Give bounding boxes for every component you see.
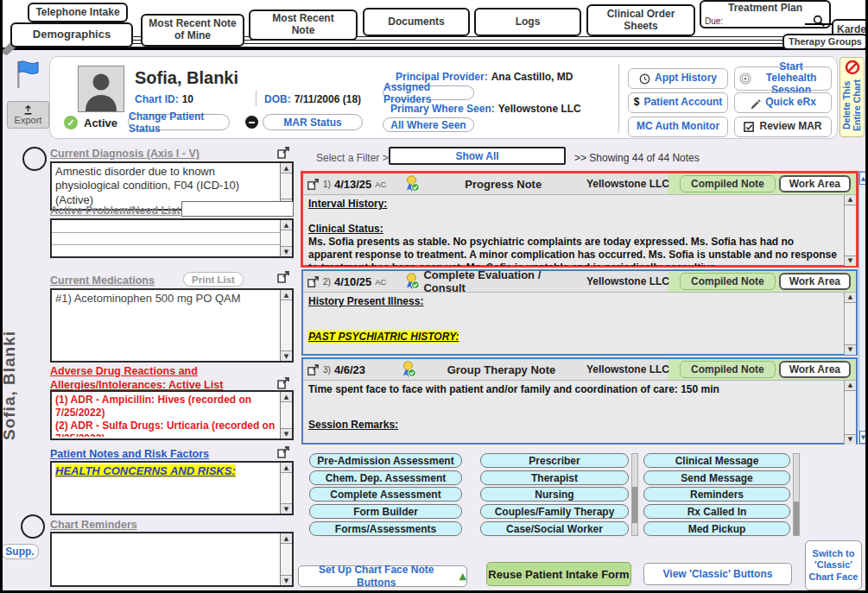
review-mar-button[interactable]: Review MAR — [734, 117, 832, 137]
tab-telephone-intake[interactable]: Telephone Intake — [28, 3, 128, 22]
open-note-icon[interactable] — [307, 178, 320, 191]
scroll-up-icon[interactable] — [859, 172, 867, 185]
patient-account-button[interactable]: $ Patient Account — [628, 92, 728, 113]
tab-documents[interactable]: Documents — [363, 8, 470, 36]
open-adverse-icon[interactable] — [276, 376, 290, 390]
scrollbar[interactable] — [844, 381, 856, 445]
scroll-up-icon[interactable] — [845, 293, 856, 303]
note-item-2[interactable]: 2) 4/10/25 AC Complete Evaluation / Cons… — [301, 269, 858, 356]
scrollbar[interactable] — [844, 293, 856, 355]
tab-logs[interactable]: Logs — [474, 8, 581, 36]
view-classic-buttons-button[interactable]: View 'Classic' Buttons — [643, 563, 792, 585]
compiled-note-button[interactable]: Compiled Note — [680, 361, 776, 378]
compiled-note-button[interactable]: Compiled Note — [680, 175, 776, 192]
scroll-up-icon[interactable] — [281, 220, 292, 230]
note-button-prescriber[interactable]: Prescriber — [480, 453, 629, 468]
note-button-case-social-worker[interactable]: Case/Social Worker — [480, 521, 629, 536]
open-note-icon[interactable] — [307, 275, 320, 288]
note-button-clinical-message[interactable]: Clinical Message — [643, 453, 790, 468]
chart-flag-icon[interactable] — [14, 59, 41, 90]
note-button-therapist[interactable]: Therapist — [480, 470, 629, 485]
note-button-send-message[interactable]: Send Message — [643, 470, 790, 485]
note-button-pre-admission-assessment[interactable]: Pre-Admission Assessment — [309, 453, 462, 468]
assigned-providers-button[interactable]: Assigned Providers — [383, 85, 474, 100]
scroll-down-icon[interactable] — [281, 428, 292, 438]
reuse-patient-intake-form-button[interactable]: Reuse Patient Intake Form — [486, 562, 631, 586]
all-where-seen-button[interactable]: All Where Seen — [383, 117, 474, 132]
note-button-forms-assessments[interactable]: Forms/Assessments — [309, 521, 462, 536]
patient-notes-box[interactable]: HEALTH CONCERNS AND RISKS: — [50, 461, 294, 515]
tab-clinical-order-sheets[interactable]: Clinical Order Sheets — [586, 4, 695, 36]
supp-button[interactable]: Supp. — [1, 544, 39, 559]
note-item-3[interactable]: 3) 4/6/23 Group Therapy Note Yellowstone… — [301, 357, 858, 445]
scroll-down-icon[interactable] — [845, 344, 856, 355]
note-preview[interactable]: Time spent face to face with patient and… — [303, 381, 856, 445]
mc-auth-monitor-button[interactable]: MC Auth Monitor — [628, 117, 728, 137]
note-button-chem-dep-assessment[interactable]: Chem. Dep. Assessment — [309, 470, 462, 485]
open-diagnosis-icon[interactable] — [276, 146, 290, 160]
quick-erx-button[interactable]: Quick eRx — [734, 92, 832, 113]
export-button[interactable]: Export — [7, 101, 49, 129]
note-item-1[interactable]: 1) 4/13/25 AC Progress Note Yellowstone … — [301, 171, 858, 268]
start-telehealth-button[interactable]: Start Telehealth Session — [734, 66, 832, 91]
delete-entire-chart-button[interactable]: Delete This Entire Chart — [839, 57, 865, 137]
column-scrollbar[interactable] — [631, 453, 638, 536]
scroll-up-icon[interactable] — [845, 195, 856, 205]
treatment-plan-due-field[interactable] — [805, 23, 833, 25]
note-preview[interactable]: History Present Illness: PAST PSYCHIATRI… — [303, 293, 856, 355]
scroll-up-icon[interactable] — [281, 533, 292, 544]
open-note-icon[interactable] — [307, 363, 320, 376]
scrollbar[interactable] — [844, 195, 856, 266]
note-button-nursing[interactable]: Nursing — [480, 487, 629, 502]
open-patient-notes-icon[interactable] — [276, 445, 290, 459]
scroll-down-icon[interactable] — [281, 503, 292, 514]
tab-demographics[interactable]: Demographics — [10, 22, 133, 47]
column-scrollbar[interactable] — [793, 453, 800, 536]
notes-list-scrollbar[interactable] — [858, 171, 868, 445]
current-medications-box[interactable]: #1) Acetominophen 500 mg PO QAM — [50, 288, 294, 363]
scrollbar[interactable] — [280, 392, 292, 438]
compiled-note-button[interactable]: Compiled Note — [680, 273, 776, 290]
note-button-med-pickup[interactable]: Med Pickup — [643, 521, 790, 536]
tab-most-recent-note-of-mine[interactable]: Most Recent Note of Mine — [141, 14, 244, 47]
note-button-rx-called-in[interactable]: Rx Called In — [643, 504, 790, 519]
appt-history-button[interactable]: Appt History — [628, 68, 728, 89]
open-medications-icon[interactable] — [276, 270, 290, 284]
note-preview[interactable]: Interval History: Clinical Status: Ms. S… — [303, 195, 856, 266]
show-all-filter-button[interactable]: Show All — [389, 147, 566, 165]
scroll-up-icon[interactable] — [281, 163, 292, 173]
active-problem-box[interactable] — [50, 218, 294, 258]
work-area-button[interactable]: Work Area — [779, 273, 851, 290]
scroll-up-icon[interactable] — [281, 392, 292, 402]
diagnosis-section-radio[interactable] — [22, 147, 47, 171]
active-problem-input[interactable] — [181, 201, 294, 217]
note-button-reminders[interactable]: Reminders — [643, 487, 790, 502]
scrollbar[interactable] — [280, 290, 292, 361]
scroll-down-icon[interactable] — [281, 350, 292, 361]
scroll-down-icon[interactable] — [845, 255, 856, 266]
scroll-up-icon[interactable] — [281, 463, 292, 473]
adverse-reactions-box[interactable]: (1) ADR - Ampicillin: Hives (recorded on… — [50, 390, 294, 440]
tab-most-recent-note[interactable]: Most Recent Note — [249, 9, 358, 41]
scrollbar[interactable] — [280, 533, 292, 585]
tab-therapy-groups[interactable]: Therapy Groups — [782, 34, 868, 50]
print-list-button[interactable]: Print List — [183, 272, 244, 287]
scroll-down-icon[interactable] — [281, 246, 292, 256]
scroll-up-icon[interactable] — [281, 290, 292, 300]
search-icon[interactable] — [813, 15, 826, 28]
scroll-up-icon[interactable] — [845, 381, 856, 391]
note-button-form-builder[interactable]: Form Builder — [309, 504, 462, 519]
scroll-down-icon[interactable] — [859, 431, 867, 444]
change-patient-status-button[interactable]: Change Patient Status — [128, 114, 230, 130]
scroll-down-icon[interactable] — [845, 434, 856, 445]
chart-reminders-box[interactable] — [50, 532, 294, 587]
switch-to-classic-chart-face-button[interactable]: Switch to 'Classic' Chart Face — [805, 540, 862, 590]
reminders-section-radio[interactable] — [21, 514, 45, 539]
note-button-couples-family-therapy[interactable]: Couples/Family Therapy — [480, 504, 629, 519]
scroll-down-icon[interactable] — [281, 575, 292, 585]
mar-status-button[interactable]: MAR Status — [263, 114, 363, 130]
scrollbar[interactable] — [280, 463, 292, 514]
work-area-button[interactable]: Work Area — [779, 175, 851, 192]
setup-chart-face-note-buttons-button[interactable]: Set Up Chart Face Note Buttons — [298, 565, 467, 587]
scrollbar[interactable] — [280, 220, 292, 256]
